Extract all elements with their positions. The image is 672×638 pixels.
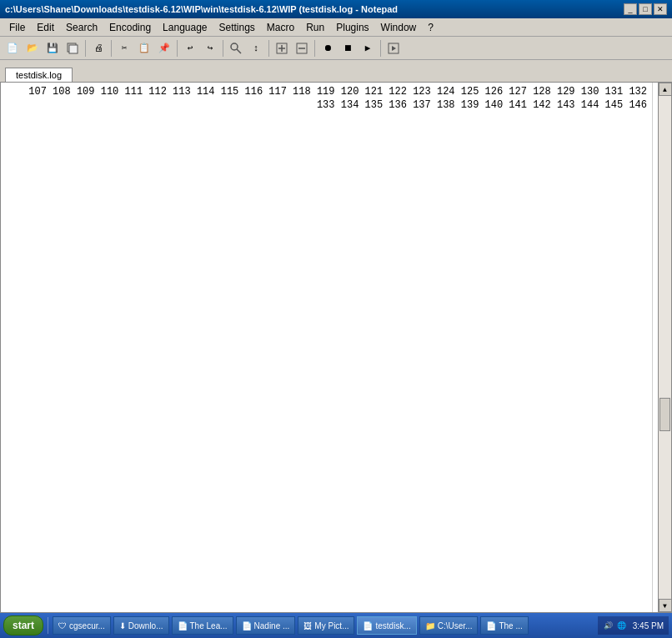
taskbar-icon-0: 🛡 [58, 621, 67, 630]
start-button[interactable]: start [3, 615, 43, 630]
window-controls: _ □ ✕ [624, 3, 667, 15]
taskbar-label-1: Downlo... [128, 621, 163, 630]
taskbar-item-0[interactable]: 🛡 cgsecur... [53, 616, 111, 630]
toolbar-separator-1 [85, 40, 86, 57]
run-button[interactable] [384, 39, 403, 58]
minimize-button[interactable]: _ [624, 3, 637, 15]
taskbar-label-5: testdisk... [375, 621, 410, 630]
scrollbar-thumb[interactable] [659, 398, 670, 431]
maximize-button[interactable]: □ [639, 3, 652, 15]
undo-button[interactable]: ↩ [181, 39, 199, 58]
taskbar-icon-4: 🖼 [303, 621, 312, 630]
taskbar-separator [48, 617, 48, 630]
close-button[interactable]: ✕ [654, 3, 667, 15]
svg-line-3 [237, 49, 241, 53]
menu-window[interactable]: Window [375, 20, 423, 35]
system-tray: 🔊 🌐 3:45 PM [598, 616, 669, 630]
taskbar-label-3: Nadine ... [254, 621, 290, 630]
taskbar-label-2: The Lea... [190, 621, 228, 630]
taskbar-item-1[interactable]: ⬇ Downlo... [113, 616, 169, 630]
taskbar: start 🛡 cgsecur... ⬇ Downlo... 📄 The Lea… [0, 613, 672, 630]
tab-bar: testdisk.log [0, 60, 672, 82]
zoom-out-button[interactable] [293, 39, 311, 58]
scroll-down-button[interactable]: ▼ [659, 599, 672, 612]
taskbar-icon-1: ⬇ [119, 621, 126, 630]
title-bar: c:\Users\Shane\Downloads\testdisk-6.12\W… [0, 0, 672, 18]
redo-button[interactable]: ↪ [201, 39, 219, 58]
vertical-scrollbar[interactable]: ▲ ▼ [658, 83, 671, 612]
find-button[interactable] [227, 39, 245, 58]
tab-testdisk-log[interactable]: testdisk.log [5, 68, 73, 83]
toolbar: 📄 📂 💾 🖨 ✂ 📋 📌 ↩ ↪ ↕ ⏺ ⏹ ▶ [0, 37, 672, 60]
macro-play-button[interactable]: ▶ [359, 39, 377, 58]
taskbar-icon-2: 📄 [178, 621, 188, 630]
taskbar-label-4: My Pict... [314, 621, 349, 630]
toolbar-separator-7 [380, 40, 381, 57]
clock: 3:45 PM [629, 621, 664, 630]
new-button[interactable]: 📄 [3, 39, 22, 58]
zoom-in-button[interactable] [273, 39, 291, 58]
copy-button[interactable]: 📋 [135, 39, 153, 58]
tray-icon-1: 🔊 [603, 620, 614, 630]
save-all-button[interactable] [63, 39, 82, 58]
svg-point-2 [231, 43, 238, 50]
taskbar-label-0: cgsecur... [69, 621, 105, 630]
menu-run[interactable]: Run [300, 20, 330, 35]
menu-plugins[interactable]: Plugins [330, 20, 374, 35]
menu-encoding[interactable]: Encoding [103, 20, 157, 35]
menu-settings[interactable]: Settings [213, 20, 261, 35]
menu-file[interactable]: File [3, 20, 31, 35]
paste-button[interactable]: 📌 [155, 39, 173, 58]
taskbar-item-6[interactable]: 📁 C:\User... [419, 616, 479, 630]
start-label: start [13, 620, 34, 630]
taskbar-item-5[interactable]: 📄 testdisk... [357, 616, 416, 630]
taskbar-label-7: The ... [499, 621, 522, 630]
toolbar-separator-2 [111, 40, 112, 57]
taskbar-icon-3: 📄 [242, 621, 252, 630]
toolbar-separator-4 [223, 40, 223, 57]
toolbar-separator-5 [268, 40, 269, 57]
taskbar-icon-6: 📁 [425, 621, 435, 630]
menu-help[interactable]: ? [422, 20, 439, 35]
taskbar-icon-7: 📄 [486, 621, 496, 630]
toolbar-separator-3 [177, 40, 178, 57]
toolbar-separator-6 [314, 40, 315, 57]
taskbar-item-4[interactable]: 🖼 My Pict... [298, 616, 354, 630]
open-button[interactable]: 📂 [23, 39, 42, 58]
scroll-up-button[interactable]: ▲ [659, 83, 672, 96]
window-title: c:\Users\Shane\Downloads\testdisk-6.12\W… [5, 4, 624, 14]
save-button[interactable]: 💾 [43, 39, 62, 58]
tab-label: testdisk.log [16, 70, 62, 80]
menu-edit[interactable]: Edit [31, 20, 60, 35]
scrollbar-track[interactable] [659, 96, 671, 599]
svg-rect-1 [69, 45, 78, 53]
svg-marker-10 [392, 46, 396, 51]
menu-language[interactable]: Language [157, 20, 213, 35]
taskbar-label-6: C:\User... [438, 621, 473, 630]
line-numbers: 107 108 109 110 111 112 113 114 115 116 … [1, 83, 653, 612]
taskbar-item-2[interactable]: 📄 The Lea... [172, 616, 233, 630]
cut-button[interactable]: ✂ [115, 39, 133, 58]
menu-bar: File Edit Search Encoding Language Setti… [0, 18, 672, 37]
print-button[interactable]: 🖨 [89, 39, 108, 58]
taskbar-item-7[interactable]: 📄 The ... [480, 616, 528, 630]
macro-record-button[interactable]: ⏺ [318, 39, 337, 58]
replace-button[interactable]: ↕ [247, 39, 265, 58]
menu-macro[interactable]: Macro [261, 20, 300, 35]
macro-stop-button[interactable]: ⏹ [339, 39, 357, 58]
taskbar-item-3[interactable]: 📄 Nadine ... [236, 616, 296, 630]
taskbar-right: 🔊 🌐 3:45 PM [598, 616, 669, 630]
menu-search[interactable]: Search [60, 20, 103, 35]
taskbar-icon-5: 📄 [363, 621, 373, 630]
tray-icon-2: 🌐 [616, 620, 628, 630]
editor-area: 107 108 109 110 111 112 113 114 115 116 … [0, 82, 672, 613]
